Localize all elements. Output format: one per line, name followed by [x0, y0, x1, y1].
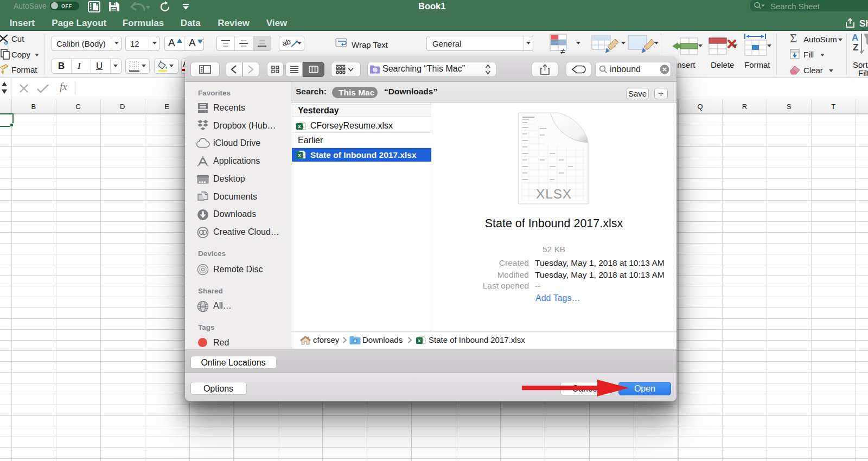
svg-text:x: x: [298, 123, 301, 129]
svg-text:≠: ≠: [560, 47, 565, 55]
svg-text:XLSX: XLSX: [536, 187, 572, 201]
svg-text:x: x: [418, 337, 421, 343]
svg-text:x: x: [298, 152, 301, 158]
